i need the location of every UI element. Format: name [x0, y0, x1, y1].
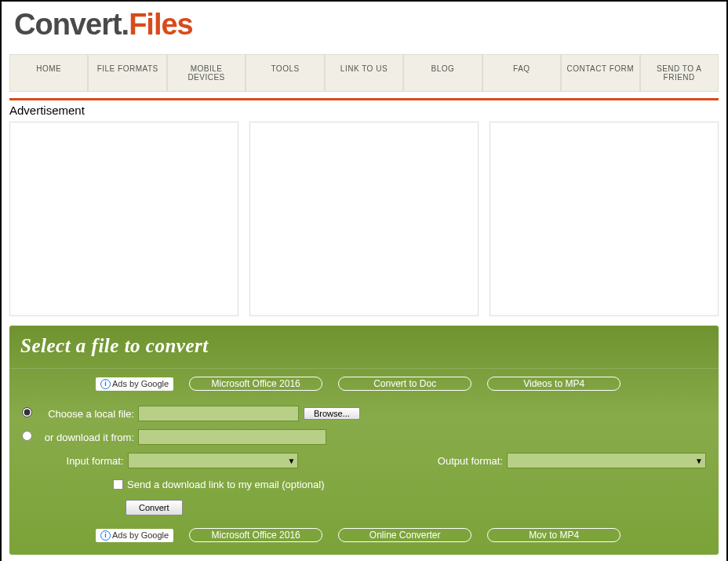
radio-download-url[interactable] [22, 431, 32, 441]
nav-send-friend[interactable]: SEND TO A FRIEND [640, 54, 719, 92]
download-url-input[interactable] [138, 429, 326, 445]
ad-link-convert-doc[interactable]: Convert to Doc [338, 377, 471, 391]
panel-title: Select a file to convert [9, 326, 719, 369]
logo-text-files: Files [129, 8, 193, 41]
chevron-down-icon: ▼ [287, 457, 295, 465]
radio-local-file[interactable] [22, 407, 32, 417]
input-format-label: Input format: [22, 455, 128, 467]
ads-by-google-badge[interactable]: i Ads by Google [96, 377, 173, 391]
ad-link-ms-office[interactable]: Microsoft Office 2016 [189, 377, 322, 391]
advertisement-label: Advertisement [2, 100, 726, 120]
ad-link-videos-mp4[interactable]: Videos to MP4 [487, 377, 621, 391]
ads-bar-top: i Ads by Google Microsoft Office 2016 Co… [9, 369, 719, 402]
ad-link-online-converter[interactable]: Online Converter [338, 528, 471, 542]
ads-badge-label: Ads by Google [112, 379, 169, 388]
nav-home[interactable]: HOME [9, 54, 88, 92]
local-file-input[interactable] [138, 406, 299, 421]
nav-file-formats[interactable]: FILE FORMATS [88, 54, 166, 92]
ad-link-ms-office-2[interactable]: Microsoft Office 2016 [189, 528, 322, 542]
nav-tools[interactable]: TOOLS [246, 54, 324, 92]
chevron-down-icon: ▼ [695, 457, 703, 465]
nav-mobile-devices[interactable]: MOBILE DEVICES [167, 54, 246, 92]
convert-panel: Select a file to convert i Ads by Google… [9, 326, 719, 555]
browse-button[interactable]: Browse... [304, 407, 360, 420]
nav-contact-form[interactable]: CONTACT FORM [561, 54, 639, 92]
ad-slot-3 [490, 122, 719, 316]
output-format-select[interactable]: ▼ [507, 453, 706, 468]
ad-slot-2 [249, 122, 479, 316]
output-format-label: Output format: [431, 455, 507, 467]
logo-text-convert: Convert [14, 8, 122, 41]
info-icon: i [100, 530, 111, 541]
email-link-label: Send a download link to my email (option… [127, 479, 324, 490]
email-link-checkbox[interactable] [113, 479, 123, 490]
ad-slot-1 [9, 122, 238, 316]
convert-button[interactable]: Convert [126, 500, 183, 515]
info-icon: i [100, 379, 111, 389]
site-logo[interactable]: Convert.Files [14, 8, 714, 42]
nav-link-to-us[interactable]: LINK TO US [325, 54, 403, 92]
input-format-select[interactable]: ▼ [128, 453, 299, 468]
nav-faq[interactable]: FAQ [482, 54, 561, 92]
download-url-label: or download it from: [36, 432, 138, 443]
ads-by-google-badge-bottom[interactable]: i Ads by Google [96, 529, 173, 542]
ads-badge-label-bottom: Ads by Google [112, 530, 169, 540]
logo-dot: . [122, 8, 129, 41]
local-file-label: Choose a local file: [36, 408, 138, 420]
nav-blog[interactable]: BLOG [403, 54, 482, 92]
ad-link-mov-mp4[interactable]: Mov to MP4 [487, 528, 621, 542]
main-nav: HOME FILE FORMATS MOBILE DEVICES TOOLS L… [9, 54, 719, 92]
ads-bar-bottom: i Ads by Google Microsoft Office 2016 On… [9, 523, 719, 545]
ad-slots-row [9, 122, 719, 316]
